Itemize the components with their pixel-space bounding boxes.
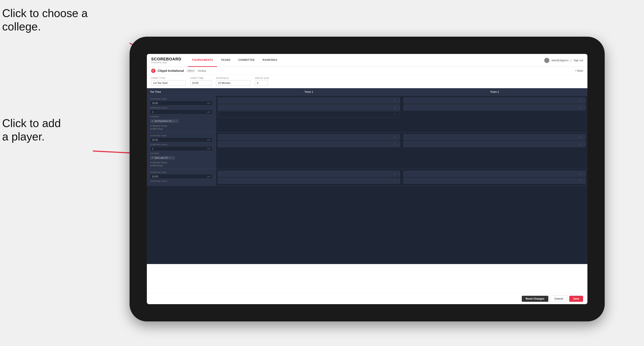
start-type-group: Start Type 1st Tee Start: [151, 77, 186, 86]
player-slot-t1-course-1[interactable]: ✕ ⋯: [218, 111, 400, 117]
hole-spinner-1[interactable]: ▲▼: [207, 111, 210, 113]
slot-more-2[interactable]: ⋯: [396, 106, 398, 109]
slot-more-3[interactable]: ⋯: [396, 113, 398, 116]
reset-button[interactable]: Reset Changes: [522, 296, 548, 302]
group-size-input[interactable]: [255, 80, 268, 86]
header-right: blair@clippd.io | Sign out: [544, 58, 583, 63]
player-slot-t1-1-1[interactable]: ✕ ⋯: [218, 98, 400, 104]
cancel-button[interactable]: Cancel: [550, 296, 567, 302]
course-name-1: (A) Peachtree GC: [155, 120, 172, 122]
clippd-logo: C: [151, 69, 156, 73]
action-links-2: ⊖ Remove Group ⊕ Add Group: [150, 161, 212, 167]
course-tag-1[interactable]: 🏌 (A) Peachtree GC ✕ ⋯: [150, 119, 178, 123]
player-slot-t1-2-2[interactable]: ✕ ⋯: [218, 141, 400, 147]
hole-spinner-2[interactable]: ▲▼: [207, 148, 210, 150]
slot-expand-1[interactable]: ✕: [394, 99, 396, 102]
clippd-c-icon: C: [151, 69, 156, 73]
starting-time-input-2[interactable]: 10:10 ▲▼: [150, 137, 212, 142]
starting-hole-input-2[interactable]: 1 ▲▼: [150, 146, 212, 151]
group-size-label: Group Size: [255, 77, 269, 79]
course-edit-1[interactable]: ⋯: [175, 120, 177, 122]
team1-slots-1: ✕ ⋯ ✕ ⋯ ✕: [216, 96, 402, 132]
save-button[interactable]: Save: [569, 296, 583, 302]
tee-left-3: STARTING TIME: 10:20 ▲▼ STARTING HOLE:: [147, 169, 216, 185]
slot-t2-1-expand[interactable]: ✕: [580, 99, 581, 102]
slot-more-1[interactable]: ⋯: [396, 99, 398, 102]
remove-group-1[interactable]: ⊖ Remove Group: [150, 125, 212, 127]
start-type-label: Start Type: [151, 77, 186, 79]
player-slot-t2-1-2[interactable]: ✕ ⋯: [404, 104, 586, 110]
tee-left-1: STARTING TIME: 10:00 ▲▼ STARTING HOLE: 1…: [147, 96, 216, 132]
slot-t2-2-expand[interactable]: ✕: [580, 106, 581, 109]
player-slot-t1-3-1[interactable]: ✕ ⋯: [218, 171, 400, 177]
player-slot-t2-1-1[interactable]: ✕ ⋯: [404, 98, 586, 104]
player-slot-t2-2-1[interactable]: ✕ ⋯: [404, 134, 586, 140]
starting-time-label-2: STARTING TIME:: [150, 135, 212, 137]
tee-row-2: STARTING TIME: 10:10 ▲▼ STARTING HOLE: 1…: [147, 133, 588, 169]
main-content: STARTING TIME: 10:00 ▲▼ STARTING HOLE: 1…: [147, 96, 588, 264]
slot-actions-1: ✕ ⋯: [394, 99, 398, 102]
starting-time-input-1[interactable]: 10:00 ▲▼: [150, 101, 212, 106]
footer-actions: Reset Changes Cancel Save: [147, 293, 588, 304]
tee-row-1: STARTING TIME: 10:00 ▲▼ STARTING HOLE: 1…: [147, 96, 588, 132]
tee-row-3: STARTING TIME: 10:20 ▲▼ STARTING HOLE: ✕…: [147, 169, 588, 185]
player-slot-t1-1-2[interactable]: ✕ ⋯: [218, 104, 400, 110]
course-label-2: COURSE:: [150, 152, 212, 155]
col-team2: Team 2: [402, 88, 588, 96]
slot-expand-3[interactable]: ✕: [394, 113, 396, 116]
add-group-2[interactable]: ⊕ Add Group: [150, 164, 212, 167]
team2-slots-2: ✕ ⋯ ✕ ⋯: [402, 133, 588, 169]
slot-t2-1-more[interactable]: ⋯: [582, 99, 584, 102]
logo-main: SCOREBOARD: [151, 57, 182, 61]
time-spinner-2[interactable]: ▲▼: [207, 139, 210, 141]
time-spinner-1[interactable]: ▲▼: [207, 102, 210, 104]
team2-slots-1: ✕ ⋯ ✕ ⋯: [402, 96, 588, 132]
start-time-input[interactable]: [190, 80, 212, 86]
player-slot-t1-3-2[interactable]: ✕ ⋯: [218, 178, 400, 184]
tee-left-2: STARTING TIME: 10:10 ▲▼ STARTING HOLE: 1…: [147, 133, 216, 169]
add-group-1[interactable]: ⊕ Add Group: [150, 128, 212, 130]
app-header: SCOREBOARD Powered by clippd TOURNAMENTS…: [147, 54, 588, 67]
user-avatar: [544, 58, 550, 63]
back-button[interactable]: < Back: [575, 69, 583, 72]
tablet-frame: SCOREBOARD Powered by clippd TOURNAMENTS…: [130, 37, 605, 321]
time-spinner-3[interactable]: ▲▼: [207, 175, 210, 177]
annotation-add-player: Click to add a player.: [2, 117, 61, 144]
course-remove-2[interactable]: ✕: [169, 157, 170, 159]
player-slot-t2-2-2[interactable]: ✕ ⋯: [404, 141, 586, 147]
action-links-1: ⊖ Remove Group ⊕ Add Group: [150, 125, 212, 130]
intervals-group: Intervals 10 Minutes: [216, 77, 250, 86]
scoreboard-logo: SCOREBOARD Powered by clippd: [151, 57, 182, 64]
nav-tab-committee[interactable]: COMMITTEE: [234, 54, 259, 67]
course-tag-2[interactable]: 🏌 East Lake GC ✕ ⋯: [150, 156, 175, 160]
starting-time-input-3[interactable]: 10:20 ▲▼: [150, 174, 212, 179]
user-email: blair@clippd.io: [552, 59, 569, 62]
course-remove-1[interactable]: ✕: [172, 120, 174, 122]
slot-t2-2-more[interactable]: ⋯: [582, 106, 584, 109]
start-time-label: Start Time: [190, 77, 212, 79]
nav-tab-rankings[interactable]: RANKINGS: [259, 54, 281, 67]
starting-hole-label-1: STARTING HOLE:: [150, 107, 212, 109]
table-header: Tee Time Team 1 Team 2: [147, 88, 588, 96]
slot-expand-2[interactable]: ✕: [394, 106, 396, 109]
hosting-badge: Hosting: [198, 69, 206, 72]
starting-time-label-1: STARTING TIME:: [150, 98, 212, 100]
sign-out-link[interactable]: Sign out: [574, 59, 583, 62]
nav-tab-teams[interactable]: TEAMS: [217, 54, 234, 67]
course-name-2: East Lake GC: [155, 157, 168, 159]
start-type-select[interactable]: 1st Tee Start: [151, 80, 186, 86]
player-slot-t2-3-2[interactable]: ✕ ⋯: [404, 178, 586, 184]
starting-hole-label-2: STARTING HOLE:: [150, 144, 212, 146]
tournament-name: Clippd Invitational: [158, 69, 184, 72]
intervals-label: Intervals: [216, 77, 250, 79]
col-team1: Team 1: [216, 88, 402, 96]
remove-group-2[interactable]: ⊖ Remove Group: [150, 161, 212, 164]
starting-hole-input-1[interactable]: 1 ▲▼: [150, 110, 212, 114]
player-slot-t2-3-1[interactable]: ✕ ⋯: [404, 171, 586, 177]
intervals-select[interactable]: 10 Minutes: [216, 80, 250, 86]
player-slot-t1-2-1[interactable]: ✕ ⋯: [218, 134, 400, 140]
nav-tab-tournaments[interactable]: TOURNAMENTS: [188, 54, 217, 67]
course-edit-2[interactable]: ⋯: [172, 157, 174, 159]
nav-tabs: TOURNAMENTS TEAMS COMMITTEE RANKINGS: [188, 54, 544, 67]
controls-row: Start Type 1st Tee Start Start Time Inte…: [147, 75, 588, 88]
